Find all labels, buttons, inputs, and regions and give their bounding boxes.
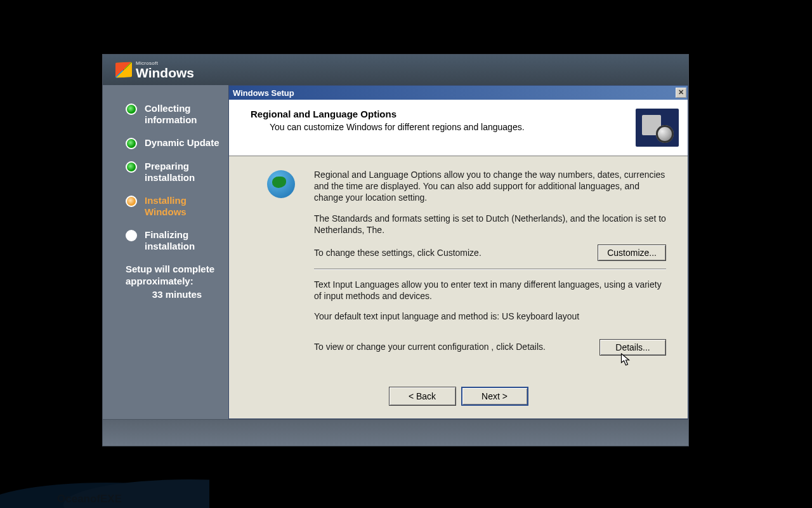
watermark: OceanofEXE [0, 432, 209, 508]
input-lang-desc-3: To view or change your current configura… [314, 341, 592, 352]
regional-desc-1: Regional and Language Options allow you … [314, 169, 666, 204]
customize-button[interactable]: Customize... [598, 244, 666, 261]
step-dynamic-update: Dynamic Update [126, 137, 228, 149]
setup-box-icon [636, 109, 679, 147]
dialog-footer: < Back Next > [229, 379, 688, 418]
setup-steps-sidebar: Collecting information Dynamic Update Pr… [103, 85, 228, 419]
step-active-icon [126, 196, 137, 207]
dialog-subheading: You can customize Windows for different … [251, 122, 627, 132]
regional-desc-3: To change these settings, click Customiz… [314, 247, 590, 258]
section-divider [314, 269, 666, 270]
dialog-titlebar: Windows Setup ✕ [229, 86, 688, 100]
close-button[interactable]: ✕ [676, 88, 686, 98]
step-preparing-installation: Preparing installation [126, 161, 228, 184]
input-lang-desc-2: Your default text input language and met… [314, 311, 666, 322]
windows-logo: Microsoft Windows [115, 61, 194, 79]
step-pending-icon [126, 230, 137, 241]
regional-desc-2: The Standards and formats setting is set… [314, 213, 666, 236]
eta-block: Setup will complete approximately: 33 mi… [126, 264, 228, 300]
installer-frame: Microsoft Windows Collecting information… [102, 54, 689, 446]
dialog-title: Windows Setup [233, 88, 294, 98]
next-button[interactable]: Next > [461, 387, 528, 406]
back-button[interactable]: < Back [389, 387, 456, 406]
windows-flag-icon [115, 62, 132, 77]
step-installing-windows: Installing Windows [126, 195, 228, 218]
dialog-body: Regional and Language Options allow you … [229, 156, 688, 379]
setup-dialog: Windows Setup ✕ Regional and Language Op… [228, 85, 688, 419]
globe-icon [267, 170, 295, 198]
dialog-header: Regional and Language Options You can cu… [229, 100, 688, 156]
step-done-icon [126, 138, 137, 149]
details-button[interactable]: Details... [599, 339, 666, 356]
input-lang-desc-1: Text Input Languages allow you to enter … [314, 279, 666, 302]
dialog-heading: Regional and Language Options [251, 109, 627, 119]
step-done-icon [126, 104, 137, 115]
step-finalizing-installation: Finalizing installation [126, 229, 228, 252]
step-collecting-information: Collecting information [126, 103, 228, 126]
step-done-icon [126, 161, 137, 173]
watermark-text: OceanofEXE [57, 493, 122, 505]
header-bar: Microsoft Windows [103, 55, 688, 85]
brand-windows: Windows [136, 66, 194, 79]
